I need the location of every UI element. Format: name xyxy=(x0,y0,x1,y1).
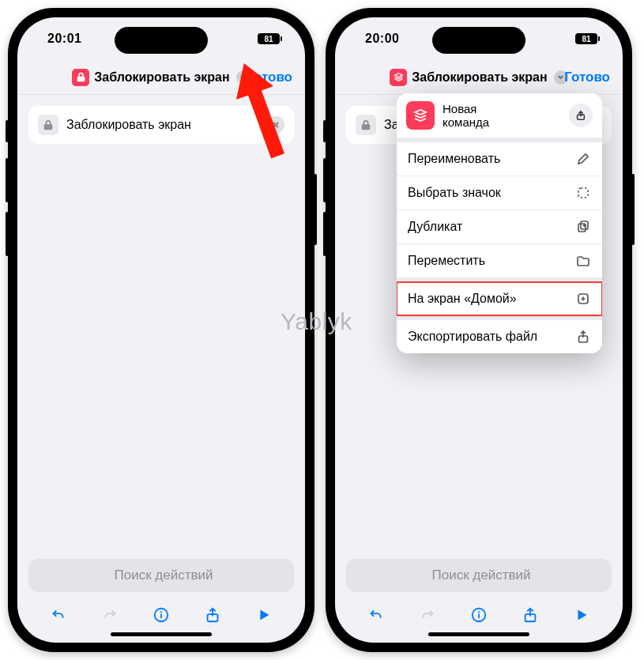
home-indicator xyxy=(111,632,212,636)
dynamic-island xyxy=(115,27,208,54)
shortcut-app-icon xyxy=(406,101,435,130)
dashed-square-icon xyxy=(575,186,591,200)
duplicate-icon xyxy=(575,220,591,234)
nav-title: Заблокировать экран xyxy=(412,70,547,85)
dropdown-title: Новая команда xyxy=(443,102,489,130)
menu-duplicate[interactable]: Дубликат xyxy=(397,209,602,243)
menu-add-to-home[interactable]: На экран «Домой» xyxy=(397,282,602,315)
svg-rect-4 xyxy=(160,614,162,619)
redo-button[interactable] xyxy=(412,606,443,624)
share-icon xyxy=(575,330,591,344)
search-placeholder: Поиск действий xyxy=(114,568,213,583)
nav-bar: Заблокировать экран Готово xyxy=(17,60,305,95)
svg-point-3 xyxy=(160,611,162,613)
pencil-icon xyxy=(575,152,591,166)
status-time: 20:01 xyxy=(47,32,81,46)
dropdown-share-button[interactable] xyxy=(569,104,593,127)
done-button[interactable]: Готово xyxy=(564,70,610,85)
battery-indicator: 81 xyxy=(575,33,597,44)
menu-move[interactable]: Переместить xyxy=(397,243,602,277)
menu-label: Переместить xyxy=(408,254,485,268)
shortcut-icon xyxy=(390,69,407,86)
toolbar xyxy=(346,595,612,635)
svg-point-10 xyxy=(478,611,480,613)
run-button[interactable] xyxy=(248,606,280,624)
nav-bar: Заблокировать экран Готово xyxy=(335,60,623,95)
toolbar xyxy=(28,595,294,635)
remove-action-button[interactable] xyxy=(267,116,284,134)
shortcut-icon xyxy=(72,69,89,86)
info-button[interactable] xyxy=(145,606,177,624)
lock-icon xyxy=(356,115,376,135)
action-card-label: Заблокировать экран xyxy=(66,118,191,132)
undo-button[interactable] xyxy=(360,606,392,624)
menu-export-file[interactable]: Экспортировать файл xyxy=(397,320,602,353)
menu-label: Выбрать значок xyxy=(408,186,501,200)
search-placeholder: Поиск действий xyxy=(431,568,530,583)
menu-label: Дубликат xyxy=(408,220,462,234)
action-card[interactable]: Заблокировать экран xyxy=(28,106,294,144)
dynamic-island xyxy=(432,27,525,54)
status-time: 20:00 xyxy=(365,32,399,46)
menu-choose-icon[interactable]: Выбрать значок xyxy=(397,175,602,209)
nav-title: Заблокировать экран xyxy=(94,70,229,85)
done-button[interactable]: Готово xyxy=(247,70,292,85)
search-actions-button[interactable]: Поиск действий xyxy=(28,559,294,592)
share-button[interactable] xyxy=(197,606,228,624)
run-button[interactable] xyxy=(566,606,597,624)
svg-rect-11 xyxy=(478,614,480,619)
title-dropdown-menu: Новая команда Переименовать Выбрать знач… xyxy=(397,93,602,353)
share-button[interactable] xyxy=(514,606,546,624)
menu-label: На экран «Домой» xyxy=(408,292,517,306)
redo-button[interactable] xyxy=(94,606,126,624)
battery-indicator: 81 xyxy=(258,33,280,44)
phone-left: 20:01 81 Заблокировать экран xyxy=(8,8,314,652)
dropdown-header: Новая команда xyxy=(397,93,602,142)
info-button[interactable] xyxy=(463,606,495,624)
undo-button[interactable] xyxy=(43,606,74,624)
menu-label: Переименовать xyxy=(408,152,500,166)
folder-icon xyxy=(575,254,591,268)
menu-label: Экспортировать файл xyxy=(408,330,537,344)
add-square-icon xyxy=(575,292,591,306)
home-indicator xyxy=(428,632,529,636)
lock-icon xyxy=(38,115,58,135)
search-actions-button[interactable]: Поиск действий xyxy=(346,559,612,592)
menu-rename[interactable]: Переименовать xyxy=(397,142,602,175)
phone-right: 20:00 81 Заблокировать экран xyxy=(326,8,632,652)
svg-rect-14 xyxy=(578,188,588,198)
